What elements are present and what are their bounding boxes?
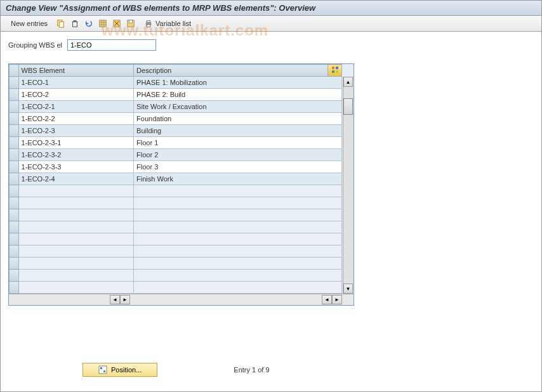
row-selector[interactable] xyxy=(10,89,19,101)
table-row-empty xyxy=(10,258,342,270)
cell-desc[interactable]: PHASE 1: Mobilization xyxy=(134,77,342,89)
svg-rect-10 xyxy=(336,67,338,69)
svg-rect-12 xyxy=(336,70,338,73)
svg-rect-5 xyxy=(129,20,132,23)
row-selector[interactable] xyxy=(10,233,19,245)
hscroll-left-button-2[interactable]: ◄ xyxy=(322,295,332,304)
row-selector[interactable] xyxy=(10,149,19,161)
svg-rect-2 xyxy=(100,20,107,27)
svg-rect-11 xyxy=(332,70,334,73)
grouping-wbs-input[interactable] xyxy=(67,39,156,51)
row-selector[interactable] xyxy=(10,137,19,149)
row-selector[interactable] xyxy=(10,282,19,294)
table-row[interactable]: 1-ECO-2-3 Building xyxy=(10,125,342,137)
cell-empty xyxy=(18,245,134,258)
scroll-down-button[interactable]: ▼ xyxy=(343,284,353,294)
cell-desc[interactable]: Foundation xyxy=(134,113,342,125)
copy-icon[interactable] xyxy=(55,18,67,29)
cell-wbs[interactable]: 1-ECO-2-1 xyxy=(18,101,134,113)
wbs-table: WBS Element Description 1-ECO-1 PHASE 1:… xyxy=(9,64,342,294)
table-row[interactable]: 1-ECO-2-3-3 Floor 3 xyxy=(10,161,342,173)
hscroll-left-button[interactable]: ◄ xyxy=(110,295,120,304)
select-all-icon[interactable] xyxy=(97,18,109,29)
cell-desc[interactable]: Floor 3 xyxy=(134,161,342,173)
cell-wbs[interactable]: 1-ECO-2-3-3 xyxy=(18,161,134,173)
svg-rect-15 xyxy=(103,370,105,372)
cell-empty xyxy=(134,282,342,294)
vertical-scrollbar[interactable]: ▲ ▼ xyxy=(343,77,354,294)
row-selector[interactable] xyxy=(10,101,19,113)
cell-empty xyxy=(18,185,134,197)
row-selector[interactable] xyxy=(10,221,19,233)
row-selector[interactable] xyxy=(10,161,19,173)
cell-desc[interactable]: Floor 1 xyxy=(134,137,342,149)
row-selector[interactable] xyxy=(10,77,19,89)
cell-empty xyxy=(134,197,342,209)
row-selector[interactable] xyxy=(10,245,19,258)
new-entries-button[interactable]: New entries xyxy=(6,18,53,29)
toolbar: New entries Variable list xyxy=(1,16,541,32)
svg-rect-8 xyxy=(147,25,150,27)
select-all-corner[interactable] xyxy=(10,65,19,77)
scroll-up-button[interactable]: ▲ xyxy=(343,77,353,87)
table-row[interactable]: 1-ECO-2-4 Finish Work xyxy=(10,173,342,185)
cell-wbs[interactable]: 1-ECO-2-4 xyxy=(18,173,134,185)
cell-empty xyxy=(134,209,342,221)
config-icon xyxy=(331,66,339,74)
deselect-all-icon[interactable] xyxy=(111,18,122,29)
table-config-button[interactable] xyxy=(328,65,342,77)
cell-desc[interactable]: PHASE 2: Build xyxy=(134,89,342,101)
print-icon xyxy=(144,19,153,28)
svg-rect-7 xyxy=(147,21,150,23)
cell-empty xyxy=(18,258,134,270)
row-selector[interactable] xyxy=(10,197,19,209)
table-row-empty xyxy=(10,197,342,209)
cell-empty xyxy=(134,245,342,258)
col-header-desc[interactable]: Description xyxy=(134,65,328,77)
table-row-empty xyxy=(10,221,342,233)
cell-wbs[interactable]: 1-ECO-2-3-1 xyxy=(18,137,134,149)
cell-empty xyxy=(134,258,342,270)
variable-list-button[interactable]: Variable list xyxy=(139,18,196,29)
row-selector[interactable] xyxy=(10,185,19,197)
hscroll-right-button[interactable]: ► xyxy=(120,295,130,304)
table-row-empty xyxy=(10,209,342,221)
cell-desc[interactable]: Building xyxy=(134,125,342,137)
col-header-wbs[interactable]: WBS Element xyxy=(18,65,134,77)
table-row[interactable]: 1-ECO-2 PHASE 2: Build xyxy=(10,89,342,101)
cell-desc[interactable]: Floor 2 xyxy=(134,149,342,161)
cell-wbs[interactable]: 1-ECO-1 xyxy=(18,77,134,89)
table-row[interactable]: 1-ECO-2-1 Site Work / Excavation xyxy=(10,101,342,113)
entry-counter: Entry 1 of 9 xyxy=(234,366,269,374)
row-selector[interactable] xyxy=(10,258,19,270)
scroll-thumb[interactable] xyxy=(343,98,353,115)
undo-icon[interactable] xyxy=(83,18,95,29)
scroll-track[interactable] xyxy=(343,87,354,284)
cell-wbs[interactable]: 1-ECO-2-3 xyxy=(18,125,134,137)
svg-rect-1 xyxy=(59,22,63,27)
row-selector[interactable] xyxy=(10,270,19,282)
row-selector[interactable] xyxy=(10,125,19,137)
position-button-label: Position... xyxy=(111,366,142,374)
cell-wbs[interactable]: 1-ECO-2 xyxy=(18,89,134,101)
cell-empty xyxy=(134,221,342,233)
table-row[interactable]: 1-ECO-2-3-1 Floor 1 xyxy=(10,137,342,149)
cell-desc[interactable]: Site Work / Excavation xyxy=(134,101,342,113)
hscroll-right-button-2[interactable]: ► xyxy=(332,295,342,304)
table-row[interactable]: 1-ECO-2-2 Foundation xyxy=(10,113,342,125)
row-selector[interactable] xyxy=(10,173,19,185)
cell-desc[interactable]: Finish Work xyxy=(134,173,342,185)
delete-icon[interactable] xyxy=(69,18,81,29)
row-selector[interactable] xyxy=(10,113,19,125)
table-row-empty xyxy=(10,233,342,245)
svg-rect-9 xyxy=(332,67,334,69)
row-selector[interactable] xyxy=(10,209,19,221)
cell-wbs[interactable]: 1-ECO-2-3-2 xyxy=(18,149,134,161)
table-row[interactable]: 1-ECO-2-3-2 Floor 2 xyxy=(10,149,342,161)
table-row[interactable]: 1-ECO-1 PHASE 1: Mobilization xyxy=(10,77,342,89)
save-icon[interactable] xyxy=(125,18,136,29)
cell-empty xyxy=(18,282,134,294)
cell-wbs[interactable]: 1-ECO-2-2 xyxy=(18,113,134,125)
position-button[interactable]: Position... xyxy=(83,363,157,377)
cell-empty xyxy=(18,270,134,282)
